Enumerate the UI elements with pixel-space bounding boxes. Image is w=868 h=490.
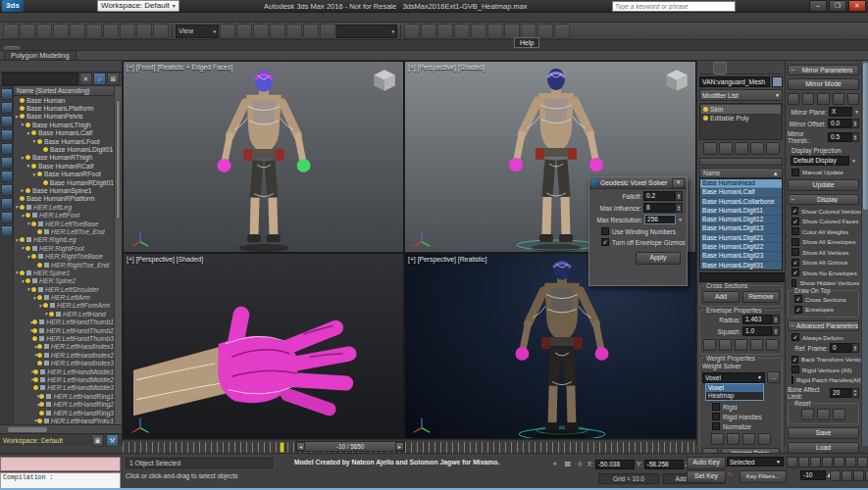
pin-stack-icon[interactable]	[703, 142, 717, 155]
create-tab-icon[interactable]	[699, 62, 712, 74]
lightbulb-icon[interactable]	[20, 205, 25, 210]
modifier-lightbulb-icon[interactable]	[703, 116, 708, 121]
workspace-people-icon[interactable]: ⚒	[106, 434, 119, 447]
envelope-gizmos-checkbox[interactable]	[601, 238, 609, 246]
save-envelopes-button[interactable]: Save	[788, 427, 859, 439]
select-object-icon[interactable]	[53, 24, 69, 39]
display-tab-icon[interactable]	[755, 62, 768, 74]
tree-item[interactable]: Base HumanLPlatform	[14, 104, 114, 112]
bone-list-item[interactable]: Base HumanLDigit11	[700, 207, 782, 216]
tree-item[interactable]: ▾ HER:LeftHand	[14, 310, 114, 318]
explorer-scrollbar[interactable]	[114, 86, 122, 424]
motion-tab-icon[interactable]	[741, 62, 754, 74]
display-option[interactable]: Show Colored Faces	[791, 218, 859, 225]
display-containers-icon[interactable]	[1, 212, 13, 223]
x-coordinate-field[interactable]: -50.038	[595, 460, 635, 469]
viewport-perspective-hand[interactable]: [+] [Perspective] [Shaded]	[123, 253, 404, 439]
tree-item[interactable]: ▾ HER:LeftHandRing2	[14, 400, 114, 408]
close-button[interactable]: ✕	[848, 0, 866, 12]
display-option[interactable]: Show All Vertices	[791, 248, 859, 256]
display-option[interactable]: Show All Envelopes	[791, 238, 859, 246]
mirror-parameters-rollout[interactable]: −Mirror Parameters	[788, 65, 859, 75]
tree-item[interactable]: ▾ HER:LeftHandIndex2	[14, 351, 114, 359]
advanced-checkbox[interactable]	[791, 356, 798, 364]
mirror-mode-button[interactable]: Mirror Mode	[788, 78, 859, 90]
include-verts-icon[interactable]	[727, 433, 740, 445]
reset-selected-bone-icon[interactable]	[817, 409, 830, 420]
tree-item[interactable]: ▾ HER:LeftHandThumb2	[14, 326, 114, 334]
bone-search-input[interactable]	[699, 272, 786, 282]
time-slider[interactable]: ◂ -10 / 5650 ▸	[295, 441, 405, 452]
restore-button[interactable]: ❐	[829, 0, 846, 12]
play-icon[interactable]	[810, 457, 821, 467]
render-icon[interactable]	[554, 24, 570, 39]
tree-item[interactable]: HER:LeftToe_End	[14, 227, 114, 235]
ribbon-toggle-icon[interactable]	[454, 24, 470, 39]
rectangular-region-icon[interactable]	[86, 24, 102, 39]
align-icon[interactable]	[421, 24, 436, 39]
advanced-checkbox[interactable]	[791, 366, 799, 373]
display-lights-icon[interactable]	[1, 116, 13, 127]
paste-all-verts-icon[interactable]	[847, 93, 859, 105]
current-time-marker[interactable]	[280, 442, 284, 453]
squash-spinner[interactable]: 1.0▲▼	[742, 326, 780, 336]
display-option[interactable]: Color All Weights	[791, 227, 859, 235]
advanced-checkbox[interactable]	[791, 376, 793, 384]
lightbulb-icon[interactable]	[49, 312, 54, 317]
tree-item[interactable]: ▾ HER:RightLeg	[14, 236, 114, 244]
link-envelope-icon[interactable]	[719, 339, 732, 351]
bind-to-spacewarp-icon[interactable]	[36, 24, 52, 39]
named-selection-combo[interactable]: ▾	[336, 24, 397, 38]
bone-list-item[interactable]: Base HumanLDigit31	[700, 262, 782, 270]
tree-item[interactable]: ▾ HER:LeftHandMiddle2	[14, 375, 114, 383]
sound-icon[interactable]	[857, 457, 868, 467]
set-key-button[interactable]: Set Key	[687, 470, 726, 483]
manual-update-checkbox[interactable]	[791, 169, 799, 176]
go-to-end-icon[interactable]	[834, 457, 844, 467]
tree-item[interactable]: ▾ HER:Spine2	[14, 277, 114, 285]
lightbulb-icon[interactable]	[31, 221, 36, 226]
parameters-rollout-bar[interactable]	[699, 158, 783, 166]
lightbulb-icon[interactable]	[20, 237, 25, 242]
viewport-front[interactable]: [+] [Front] [Realistic + Edged Faces]	[123, 61, 404, 253]
search-go-icon[interactable]	[738, 1, 748, 12]
tree-item[interactable]: ▾ HER:LeftLeg	[14, 203, 114, 211]
lightbulb-icon[interactable]	[20, 196, 25, 201]
tree-item[interactable]: ▾ Base HumanLCalf	[14, 129, 114, 137]
tree-item[interactable]: HER:LeftHandRing3	[14, 409, 114, 416]
select-excluded-verts-icon[interactable]	[742, 433, 755, 445]
tree-item[interactable]: ▾ HER:LeftShoulder	[14, 285, 114, 293]
lightbulb-icon[interactable]	[26, 188, 30, 193]
lightbulb-icon[interactable]	[32, 328, 37, 333]
configure-stack-icon[interactable]	[766, 142, 780, 155]
solver-option[interactable]: Heatmap	[706, 392, 763, 400]
select-and-manipulate-icon[interactable]	[236, 24, 252, 39]
select-and-scale-icon[interactable]	[153, 24, 169, 39]
current-frame-field[interactable]: -10	[800, 470, 826, 480]
explorer-search-input[interactable]	[2, 73, 78, 85]
community-icon[interactable]	[773, 1, 784, 12]
undo-icon[interactable]	[61, 1, 72, 12]
command-panel-scrollbar[interactable]	[861, 61, 868, 446]
display-option[interactable]: Show Colored Vertices	[791, 207, 859, 215]
tree-item[interactable]: ▾ HER:RightFoot	[14, 244, 114, 252]
y-coordinate-field[interactable]: -58.258	[644, 460, 684, 469]
rigid-handles-checkbox[interactable]	[712, 413, 720, 420]
bake-weights-icon[interactable]	[758, 433, 771, 445]
display-projection-combo[interactable]: Default Display	[791, 156, 849, 166]
display-helpers-icon[interactable]	[1, 143, 13, 155]
normalize-checkbox[interactable]	[712, 422, 720, 430]
viewport-label[interactable]: [+] [Perspective] [Shaded]	[408, 64, 485, 71]
new-scene-icon[interactable]	[26, 1, 36, 12]
utilities-tab-icon[interactable]	[770, 62, 783, 74]
workspace-cube-icon[interactable]: ▣	[91, 434, 104, 447]
copy-envelope-icon[interactable]	[750, 339, 763, 351]
tree-item[interactable]: ▾ HER:LeftHandPinky1	[14, 416, 114, 424]
tree-item[interactable]: ▸ Base HumanSpine1	[14, 186, 114, 194]
display-checkbox[interactable]	[791, 248, 799, 256]
lightbulb-icon[interactable]	[20, 106, 25, 111]
polygon-modeling-panel-button[interactable]: Polygon Modeling	[4, 50, 77, 61]
display-spacewarps-icon[interactable]	[1, 157, 13, 169]
display-cameras-icon[interactable]	[1, 129, 13, 141]
solver-option[interactable]: Voxel	[706, 384, 763, 392]
